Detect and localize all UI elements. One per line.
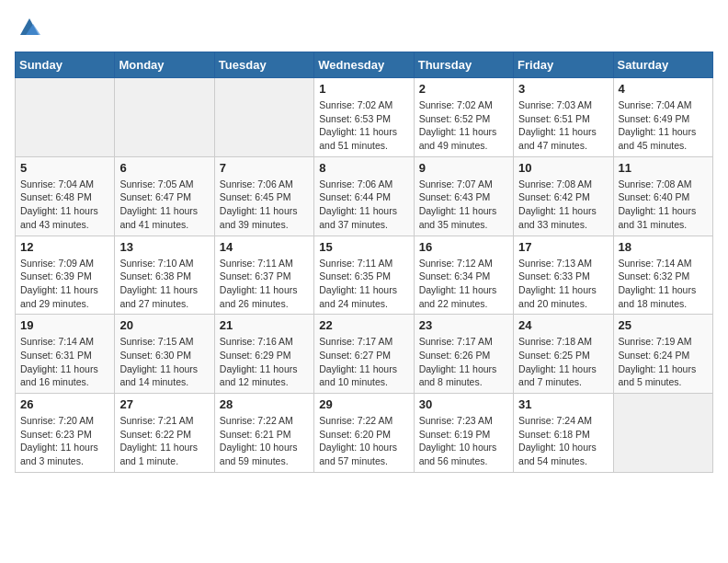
calendar-cell: 15Sunrise: 7:11 AMSunset: 6:35 PMDayligh…: [314, 236, 414, 315]
day-number: 16: [419, 240, 508, 254]
day-number: 31: [518, 397, 608, 411]
calendar-cell: 5Sunrise: 7:04 AMSunset: 6:48 PMDaylight…: [16, 156, 115, 236]
day-number: 21: [220, 318, 309, 332]
day-info: Sunrise: 7:03 AMSunset: 6:51 PMDaylight:…: [518, 98, 608, 153]
weekday-header: Sunday: [16, 52, 115, 78]
day-number: 17: [518, 240, 608, 254]
calendar-cell: 30Sunrise: 7:23 AMSunset: 6:19 PMDayligh…: [414, 394, 513, 473]
day-info: Sunrise: 7:02 AMSunset: 6:53 PMDaylight:…: [319, 98, 408, 153]
day-info: Sunrise: 7:13 AMSunset: 6:33 PMDaylight:…: [518, 257, 608, 311]
day-number: 9: [419, 161, 508, 175]
calendar-header-row: SundayMondayTuesdayWednesdayThursdayFrid…: [16, 52, 713, 78]
day-number: 25: [619, 318, 708, 332]
weekday-header: Thursday: [414, 52, 513, 78]
day-info: Sunrise: 7:12 AMSunset: 6:34 PMDaylight:…: [419, 257, 508, 311]
calendar-cell: 16Sunrise: 7:12 AMSunset: 6:34 PMDayligh…: [414, 236, 513, 315]
day-info: Sunrise: 7:23 AMSunset: 6:19 PMDaylight:…: [419, 414, 508, 468]
logo-icon: [17, 15, 42, 40]
day-number: 30: [419, 397, 508, 411]
day-number: 13: [119, 240, 209, 254]
calendar-cell: 6Sunrise: 7:05 AMSunset: 6:47 PMDaylight…: [115, 156, 214, 236]
logo: [15, 15, 42, 40]
day-number: 3: [518, 82, 608, 96]
page-header: [15, 15, 713, 40]
day-number: 1: [319, 82, 408, 96]
calendar-week-row: 5Sunrise: 7:04 AMSunset: 6:48 PMDaylight…: [16, 156, 713, 236]
day-info: Sunrise: 7:02 AMSunset: 6:52 PMDaylight:…: [419, 98, 508, 153]
day-info: Sunrise: 7:22 AMSunset: 6:21 PMDaylight:…: [220, 414, 309, 468]
calendar-week-row: 19Sunrise: 7:14 AMSunset: 6:31 PMDayligh…: [16, 315, 713, 394]
day-info: Sunrise: 7:18 AMSunset: 6:25 PMDaylight:…: [518, 335, 608, 389]
day-info: Sunrise: 7:17 AMSunset: 6:26 PMDaylight:…: [419, 335, 508, 389]
calendar-cell: [115, 78, 214, 157]
calendar-cell: 11Sunrise: 7:08 AMSunset: 6:40 PMDayligh…: [613, 156, 712, 236]
day-number: 24: [518, 318, 608, 332]
day-number: 28: [220, 397, 309, 411]
calendar-cell: 17Sunrise: 7:13 AMSunset: 6:33 PMDayligh…: [514, 236, 613, 315]
day-number: 6: [119, 161, 209, 175]
day-info: Sunrise: 7:06 AMSunset: 6:44 PMDaylight:…: [319, 178, 408, 232]
day-number: 8: [319, 161, 408, 175]
day-info: Sunrise: 7:19 AMSunset: 6:24 PMDaylight:…: [619, 335, 708, 389]
day-number: 7: [220, 161, 309, 175]
day-info: Sunrise: 7:20 AMSunset: 6:23 PMDaylight:…: [20, 414, 109, 468]
day-number: 27: [119, 397, 209, 411]
day-info: Sunrise: 7:21 AMSunset: 6:22 PMDaylight:…: [119, 414, 209, 468]
calendar-cell: 23Sunrise: 7:17 AMSunset: 6:26 PMDayligh…: [414, 315, 513, 394]
day-number: 5: [20, 161, 109, 175]
day-info: Sunrise: 7:11 AMSunset: 6:37 PMDaylight:…: [220, 257, 309, 311]
calendar-cell: [16, 78, 115, 157]
day-number: 15: [319, 240, 408, 254]
day-info: Sunrise: 7:09 AMSunset: 6:39 PMDaylight:…: [20, 257, 109, 311]
day-number: 29: [319, 397, 408, 411]
day-number: 14: [220, 240, 309, 254]
day-number: 22: [319, 318, 408, 332]
calendar-cell: 31Sunrise: 7:24 AMSunset: 6:18 PMDayligh…: [514, 394, 613, 473]
calendar-cell: 4Sunrise: 7:04 AMSunset: 6:49 PMDaylight…: [613, 78, 712, 157]
day-info: Sunrise: 7:24 AMSunset: 6:18 PMDaylight:…: [518, 414, 608, 468]
calendar-cell: [613, 394, 712, 473]
day-number: 20: [119, 318, 209, 332]
day-info: Sunrise: 7:08 AMSunset: 6:42 PMDaylight:…: [518, 178, 608, 232]
calendar-cell: 26Sunrise: 7:20 AMSunset: 6:23 PMDayligh…: [16, 394, 115, 473]
calendar-cell: 7Sunrise: 7:06 AMSunset: 6:45 PMDaylight…: [214, 156, 313, 236]
day-info: Sunrise: 7:14 AMSunset: 6:32 PMDaylight:…: [619, 257, 708, 311]
day-number: 10: [518, 161, 608, 175]
calendar-cell: 8Sunrise: 7:06 AMSunset: 6:44 PMDaylight…: [314, 156, 414, 236]
calendar-cell: 29Sunrise: 7:22 AMSunset: 6:20 PMDayligh…: [314, 394, 414, 473]
calendar-cell: 10Sunrise: 7:08 AMSunset: 6:42 PMDayligh…: [514, 156, 613, 236]
weekday-header: Saturday: [613, 52, 712, 78]
calendar-cell: 22Sunrise: 7:17 AMSunset: 6:27 PMDayligh…: [314, 315, 414, 394]
day-info: Sunrise: 7:15 AMSunset: 6:30 PMDaylight:…: [119, 335, 209, 389]
calendar-cell: 24Sunrise: 7:18 AMSunset: 6:25 PMDayligh…: [514, 315, 613, 394]
day-info: Sunrise: 7:14 AMSunset: 6:31 PMDaylight:…: [20, 335, 109, 389]
calendar-cell: [214, 78, 313, 157]
day-info: Sunrise: 7:08 AMSunset: 6:40 PMDaylight:…: [619, 178, 708, 232]
day-info: Sunrise: 7:17 AMSunset: 6:27 PMDaylight:…: [319, 335, 408, 389]
weekday-header: Tuesday: [214, 52, 313, 78]
day-info: Sunrise: 7:04 AMSunset: 6:49 PMDaylight:…: [619, 98, 708, 153]
day-info: Sunrise: 7:07 AMSunset: 6:43 PMDaylight:…: [419, 178, 508, 232]
day-info: Sunrise: 7:06 AMSunset: 6:45 PMDaylight:…: [220, 178, 309, 232]
calendar-cell: 19Sunrise: 7:14 AMSunset: 6:31 PMDayligh…: [16, 315, 115, 394]
day-info: Sunrise: 7:22 AMSunset: 6:20 PMDaylight:…: [319, 414, 408, 468]
calendar-cell: 3Sunrise: 7:03 AMSunset: 6:51 PMDaylight…: [514, 78, 613, 157]
weekday-header: Wednesday: [314, 52, 414, 78]
calendar-week-row: 12Sunrise: 7:09 AMSunset: 6:39 PMDayligh…: [16, 236, 713, 315]
day-number: 4: [619, 82, 708, 96]
day-info: Sunrise: 7:11 AMSunset: 6:35 PMDaylight:…: [319, 257, 408, 311]
calendar-table: SundayMondayTuesdayWednesdayThursdayFrid…: [15, 52, 713, 473]
day-info: Sunrise: 7:04 AMSunset: 6:48 PMDaylight:…: [20, 178, 109, 232]
weekday-header: Monday: [115, 52, 214, 78]
calendar-cell: 2Sunrise: 7:02 AMSunset: 6:52 PMDaylight…: [414, 78, 513, 157]
calendar-cell: 9Sunrise: 7:07 AMSunset: 6:43 PMDaylight…: [414, 156, 513, 236]
day-number: 26: [20, 397, 109, 411]
day-number: 19: [20, 318, 109, 332]
calendar-week-row: 1Sunrise: 7:02 AMSunset: 6:53 PMDaylight…: [16, 78, 713, 157]
calendar-cell: 28Sunrise: 7:22 AMSunset: 6:21 PMDayligh…: [214, 394, 313, 473]
day-number: 12: [20, 240, 109, 254]
calendar-cell: 1Sunrise: 7:02 AMSunset: 6:53 PMDaylight…: [314, 78, 414, 157]
calendar-cell: 12Sunrise: 7:09 AMSunset: 6:39 PMDayligh…: [16, 236, 115, 315]
weekday-header: Friday: [514, 52, 613, 78]
calendar-cell: 14Sunrise: 7:11 AMSunset: 6:37 PMDayligh…: [214, 236, 313, 315]
